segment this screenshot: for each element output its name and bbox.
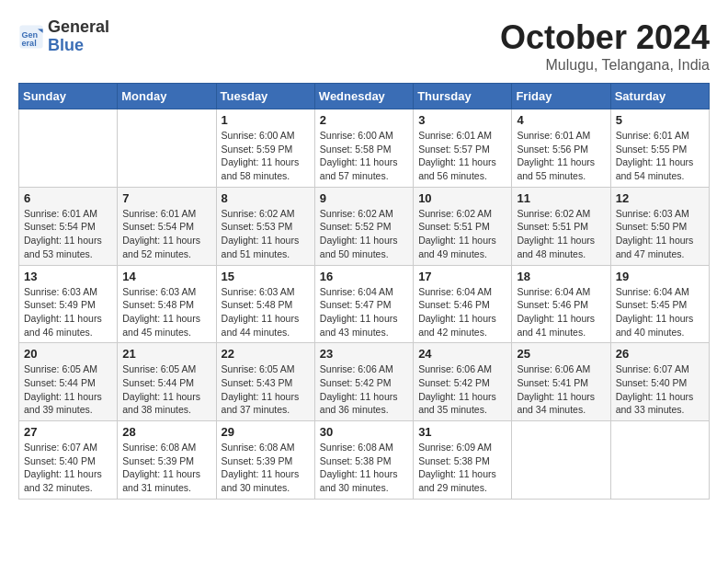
day-detail: Sunrise: 6:04 AM Sunset: 5:46 PM Dayligh…	[418, 285, 506, 339]
day-number: 13	[24, 270, 112, 283]
day-detail: Sunrise: 6:01 AM Sunset: 5:55 PM Dayligh…	[616, 129, 704, 183]
day-number: 14	[122, 270, 210, 283]
day-cell: 19Sunrise: 6:04 AM Sunset: 5:45 PM Dayli…	[610, 265, 709, 343]
day-cell: 15Sunrise: 6:03 AM Sunset: 5:48 PM Dayli…	[216, 265, 314, 343]
day-cell: 22Sunrise: 6:05 AM Sunset: 5:43 PM Dayli…	[216, 343, 314, 421]
svg-text:eral: eral	[22, 39, 37, 48]
day-detail: Sunrise: 6:08 AM Sunset: 5:39 PM Dayligh…	[222, 441, 310, 495]
day-detail: Sunrise: 6:05 AM Sunset: 5:43 PM Dayligh…	[222, 362, 310, 417]
header-cell-friday: Friday	[512, 84, 610, 109]
week-row-3: 13Sunrise: 6:03 AM Sunset: 5:49 PM Dayli…	[19, 265, 710, 343]
day-cell: 24Sunrise: 6:06 AM Sunset: 5:42 PM Dayli…	[414, 343, 512, 421]
day-number: 10	[418, 191, 506, 205]
day-cell: 8Sunrise: 6:02 AM Sunset: 5:53 PM Daylig…	[216, 187, 314, 265]
day-detail: Sunrise: 6:09 AM Sunset: 5:38 PM Dayligh…	[418, 441, 506, 495]
day-detail: Sunrise: 6:04 AM Sunset: 5:45 PM Dayligh…	[616, 285, 704, 339]
day-cell: 20Sunrise: 6:05 AM Sunset: 5:44 PM Dayli…	[19, 343, 118, 421]
day-cell: 31Sunrise: 6:09 AM Sunset: 5:38 PM Dayli…	[414, 421, 512, 500]
day-number: 19	[616, 270, 704, 283]
day-number: 27	[24, 425, 112, 439]
day-number: 24	[418, 347, 506, 361]
day-cell: 2Sunrise: 6:00 AM Sunset: 5:58 PM Daylig…	[314, 109, 413, 188]
day-cell	[118, 109, 216, 188]
day-cell: 9Sunrise: 6:02 AM Sunset: 5:52 PM Daylig…	[314, 187, 413, 265]
title-area: October 2024 Mulugu, Telangana, India	[500, 18, 710, 74]
day-number: 2	[320, 113, 408, 127]
day-number: 30	[320, 425, 408, 439]
day-detail: Sunrise: 6:05 AM Sunset: 5:44 PM Dayligh…	[24, 362, 112, 417]
header-cell-tuesday: Tuesday	[216, 84, 314, 109]
day-detail: Sunrise: 6:06 AM Sunset: 5:42 PM Dayligh…	[320, 362, 408, 417]
day-number: 21	[122, 347, 210, 361]
day-cell	[610, 421, 709, 500]
day-detail: Sunrise: 6:01 AM Sunset: 5:57 PM Dayligh…	[418, 129, 506, 183]
day-number: 7	[122, 191, 210, 205]
day-detail: Sunrise: 6:08 AM Sunset: 5:38 PM Dayligh…	[320, 441, 408, 495]
day-cell: 3Sunrise: 6:01 AM Sunset: 5:57 PM Daylig…	[414, 109, 512, 188]
day-detail: Sunrise: 6:03 AM Sunset: 5:48 PM Dayligh…	[222, 285, 310, 339]
day-detail: Sunrise: 6:00 AM Sunset: 5:59 PM Dayligh…	[222, 129, 310, 183]
day-cell: 1Sunrise: 6:00 AM Sunset: 5:59 PM Daylig…	[216, 109, 314, 188]
day-detail: Sunrise: 6:06 AM Sunset: 5:42 PM Dayligh…	[418, 362, 506, 417]
day-detail: Sunrise: 6:02 AM Sunset: 5:53 PM Dayligh…	[222, 207, 310, 261]
day-number: 22	[222, 347, 310, 361]
day-cell: 21Sunrise: 6:05 AM Sunset: 5:44 PM Dayli…	[118, 343, 216, 421]
day-cell: 14Sunrise: 6:03 AM Sunset: 5:48 PM Dayli…	[118, 265, 216, 343]
header-cell-thursday: Thursday	[414, 84, 512, 109]
day-detail: Sunrise: 6:07 AM Sunset: 5:40 PM Dayligh…	[616, 362, 704, 417]
day-cell: 29Sunrise: 6:08 AM Sunset: 5:39 PM Dayli…	[216, 421, 314, 500]
day-number: 26	[616, 347, 704, 361]
day-number: 12	[616, 191, 704, 205]
day-detail: Sunrise: 6:04 AM Sunset: 5:47 PM Dayligh…	[320, 285, 408, 339]
day-detail: Sunrise: 6:01 AM Sunset: 5:56 PM Dayligh…	[517, 129, 605, 183]
day-number: 18	[517, 270, 605, 283]
logo-icon: Gen eral	[18, 24, 44, 50]
day-number: 15	[222, 270, 310, 283]
day-number: 20	[24, 347, 112, 361]
day-number: 11	[517, 191, 605, 205]
day-number: 25	[517, 347, 605, 361]
day-detail: Sunrise: 6:04 AM Sunset: 5:46 PM Dayligh…	[517, 285, 605, 339]
day-number: 5	[616, 113, 704, 127]
day-cell: 6Sunrise: 6:01 AM Sunset: 5:54 PM Daylig…	[19, 187, 118, 265]
day-detail: Sunrise: 6:01 AM Sunset: 5:54 PM Dayligh…	[24, 207, 112, 261]
day-detail: Sunrise: 6:02 AM Sunset: 5:52 PM Dayligh…	[320, 207, 408, 261]
day-detail: Sunrise: 6:02 AM Sunset: 5:51 PM Dayligh…	[418, 207, 506, 261]
day-number: 28	[122, 425, 210, 439]
day-detail: Sunrise: 6:06 AM Sunset: 5:41 PM Dayligh…	[517, 362, 605, 417]
day-cell: 10Sunrise: 6:02 AM Sunset: 5:51 PM Dayli…	[414, 187, 512, 265]
day-cell	[512, 421, 610, 500]
day-number: 1	[222, 113, 310, 127]
header-cell-wednesday: Wednesday	[314, 84, 413, 109]
day-number: 4	[517, 113, 605, 127]
day-cell: 28Sunrise: 6:08 AM Sunset: 5:39 PM Dayli…	[118, 421, 216, 500]
day-cell: 7Sunrise: 6:01 AM Sunset: 5:54 PM Daylig…	[118, 187, 216, 265]
day-detail: Sunrise: 6:08 AM Sunset: 5:39 PM Dayligh…	[122, 441, 210, 495]
week-row-1: 1Sunrise: 6:00 AM Sunset: 5:59 PM Daylig…	[19, 109, 710, 188]
day-detail: Sunrise: 6:00 AM Sunset: 5:58 PM Dayligh…	[320, 129, 408, 183]
day-cell: 5Sunrise: 6:01 AM Sunset: 5:55 PM Daylig…	[610, 109, 709, 188]
day-cell: 13Sunrise: 6:03 AM Sunset: 5:49 PM Dayli…	[19, 265, 118, 343]
day-number: 16	[320, 270, 408, 283]
day-cell: 12Sunrise: 6:03 AM Sunset: 5:50 PM Dayli…	[610, 187, 709, 265]
week-row-2: 6Sunrise: 6:01 AM Sunset: 5:54 PM Daylig…	[19, 187, 710, 265]
header-row: SundayMondayTuesdayWednesdayThursdayFrid…	[19, 84, 710, 109]
header-cell-sunday: Sunday	[19, 84, 118, 109]
day-number: 17	[418, 270, 506, 283]
week-row-5: 27Sunrise: 6:07 AM Sunset: 5:40 PM Dayli…	[19, 421, 710, 500]
day-cell: 25Sunrise: 6:06 AM Sunset: 5:41 PM Dayli…	[512, 343, 610, 421]
day-detail: Sunrise: 6:07 AM Sunset: 5:40 PM Dayligh…	[24, 441, 112, 495]
day-detail: Sunrise: 6:03 AM Sunset: 5:49 PM Dayligh…	[24, 285, 112, 339]
day-number: 23	[320, 347, 408, 361]
logo-text: General Blue	[48, 18, 109, 55]
day-cell: 18Sunrise: 6:04 AM Sunset: 5:46 PM Dayli…	[512, 265, 610, 343]
day-cell: 17Sunrise: 6:04 AM Sunset: 5:46 PM Dayli…	[414, 265, 512, 343]
day-number: 9	[320, 191, 408, 205]
day-detail: Sunrise: 6:02 AM Sunset: 5:51 PM Dayligh…	[517, 207, 605, 261]
day-cell: 11Sunrise: 6:02 AM Sunset: 5:51 PM Dayli…	[512, 187, 610, 265]
day-cell: 26Sunrise: 6:07 AM Sunset: 5:40 PM Dayli…	[610, 343, 709, 421]
page-header: Gen eral General Blue October 2024 Mulug…	[18, 18, 710, 74]
day-cell: 4Sunrise: 6:01 AM Sunset: 5:56 PM Daylig…	[512, 109, 610, 188]
month-title: October 2024	[500, 18, 710, 57]
day-cell: 30Sunrise: 6:08 AM Sunset: 5:38 PM Dayli…	[314, 421, 413, 500]
